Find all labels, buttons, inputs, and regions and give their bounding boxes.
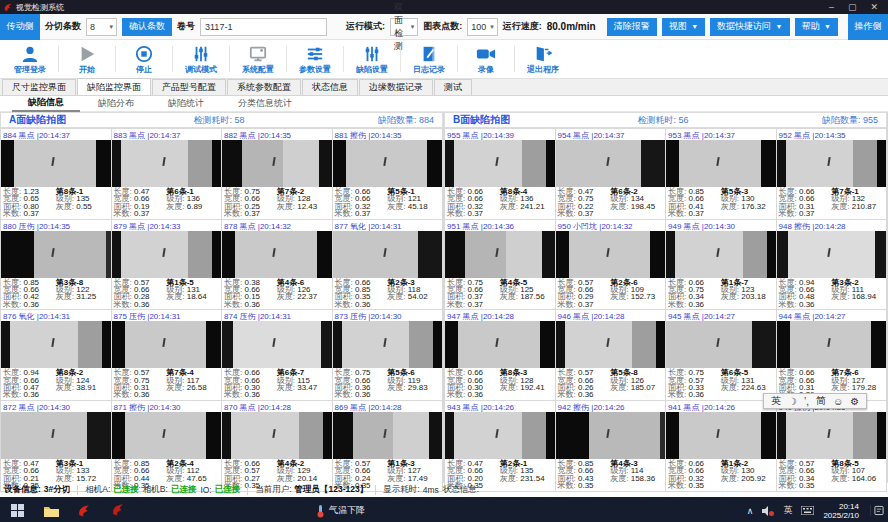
action-button-camera[interactable]: 录像 [460,40,512,78]
defect-card-header[interactable]: 881 擦伤 |20:14:35 [333,129,443,140]
action-button-sliders-v[interactable]: 调试模式 [175,40,227,78]
defect-card[interactable]: 875 压伤 |20:14:31 长度: 0.57 宽度: 0.75 面积: 0… [112,310,222,400]
defect-image[interactable] [333,231,443,278]
defect-card[interactable]: 944 黑点 |20:14:27 长度: 0.66 宽度: 0.66 面积: 0… [777,310,887,400]
defect-card-header[interactable]: 942 擦伤 |20:14:26 [556,401,666,412]
defect-image[interactable] [777,321,887,368]
defect-card[interactable]: 879 黑点 |20:14:33 长度: 0.57 宽度: 0.66 面积: 0… [112,220,222,310]
chart-points-select[interactable]: 100 ▾ [467,18,498,36]
defect-image[interactable] [222,412,332,459]
maximize-button[interactable]: ▢ [848,3,857,12]
ime-language-indicator[interactable]: 英 [783,504,792,517]
ime-simplified-toggle[interactable]: 简 [816,394,826,408]
defect-image[interactable] [222,321,332,368]
defect-image[interactable] [1,231,111,278]
action-button-exit[interactable]: 退出程序 [517,40,569,78]
ime-lang-toggle[interactable]: 英 [771,394,781,408]
defect-image[interactable] [333,140,443,187]
defect-image[interactable] [666,140,776,187]
ime-emoji-icon[interactable]: ☺ [833,396,843,407]
tab-1[interactable]: 缺陷监控界面 [77,78,151,95]
drive-side-button[interactable]: 传动侧 [0,14,40,40]
defect-card[interactable]: 940 擦伤 |20:14:26 长度: 0.57 宽度: 0.66 面积: 0… [777,401,887,491]
defect-image[interactable] [1,140,111,187]
defect-image[interactable] [556,412,666,459]
defect-card-header[interactable]: 880 压伤 |20:14:35 [1,220,111,231]
defect-card[interactable]: 942 擦伤 |20:14:26 长度: 0.85 宽度: 0.66 面积: 0… [556,401,666,491]
defect-image[interactable] [556,321,666,368]
defect-image[interactable] [112,231,222,278]
defect-image[interactable] [1,321,111,368]
defect-card[interactable]: 955 黑点 |20:14:39 长度: 0.66 宽度: 0.66 面积: 0… [445,129,555,219]
defect-card[interactable]: 952 黑点 |20:14:35 长度: 0.66 宽度: 0.66 面积: 0… [777,129,887,219]
defect-card[interactable]: 874 压伤 |20:14:31 长度: 0.66 宽度: 0.66 面积: 0… [222,310,332,400]
defect-card-header[interactable]: 948 擦伤 |20:14:28 [777,220,887,231]
defect-card-header[interactable]: 873 压伤 |20:14:30 [333,310,443,321]
defect-card[interactable]: 949 黑点 |20:14:30 长度: 0.66 宽度: 0.75 面积: 0… [666,220,776,310]
defect-card-header[interactable]: 943 黑点 |20:14:26 [445,401,555,412]
defect-card-header[interactable]: 950 小凹坑 |20:14:32 [556,220,666,231]
action-button-monitor[interactable]: 系统配置 [232,40,284,78]
defect-card[interactable]: 881 擦伤 |20:14:35 长度: 0.66 宽度: 0.66 面积: 0… [333,129,443,219]
defect-card[interactable]: 883 黑点 |20:14:37 长度: 0.47 宽度: 0.66 面积: 0… [112,129,222,219]
defect-card-header[interactable]: 874 压伤 |20:14:31 [222,310,332,321]
defect-card[interactable]: 946 黑点 |20:14:28 长度: 0.57 宽度: 0.66 面积: 0… [556,310,666,400]
touch-keyboard-icon[interactable] [801,506,814,515]
defect-image[interactable] [333,412,443,459]
defect-image[interactable] [556,140,666,187]
tab-0[interactable]: 尺寸监控界面 [2,79,76,95]
defect-image[interactable] [777,412,887,459]
coil-number-input[interactable] [200,18,327,36]
action-button-sliders-h[interactable]: 参数设置 [289,40,341,78]
defect-card[interactable]: 951 黑点 |20:14:36 长度: 0.75 宽度: 0.66 面积: 0… [445,220,555,310]
defect-card[interactable]: 872 黑点 |20:14:30 长度: 0.47 宽度: 0.66 面积: 0… [1,401,111,491]
defect-card[interactable]: 871 擦伤 |20:14:30 长度: 0.85 宽度: 0.66 面积: 0… [112,401,222,491]
split-count-select[interactable]: 8 ▾ [86,18,117,36]
defect-card-header[interactable]: 952 黑点 |20:14:35 [777,129,887,140]
taskbar-app-1[interactable] [68,497,102,522]
weather-widget[interactable]: 气温下降 [316,504,365,518]
defect-card-header[interactable]: 941 黑点 |20:14:26 [666,401,776,412]
defect-card-header[interactable]: 945 黑点 |20:14:27 [666,310,776,321]
tab-4[interactable]: 状态信息 [302,79,358,95]
defect-image[interactable] [445,412,555,459]
defect-card-header[interactable]: 871 擦伤 |20:14:30 [112,401,222,412]
action-button-sliders-v2[interactable]: 缺陷设置 [346,40,398,78]
taskbar-clock[interactable]: 20:14 2025/2/10 [823,502,859,520]
defect-card[interactable]: 884 黑点 |20:14:37 长度: 1.23 宽度: 0.65 面积: 0… [1,129,111,219]
defect-card[interactable]: 953 黑点 |20:14:37 长度: 0.85 宽度: 0.66 面积: 0… [666,129,776,219]
defect-card-header[interactable]: 875 压伤 |20:14:31 [112,310,222,321]
ime-fullhalf-moon-icon[interactable]: ☽ [788,396,797,407]
subtab-3[interactable]: 分类信息统计 [222,96,308,111]
file-explorer-button[interactable] [34,497,68,522]
tab-6[interactable]: 测试 [434,79,472,95]
defect-card[interactable]: 950 小凹坑 |20:14:32 长度: 0.57 宽度: 0.66 面积: … [556,220,666,310]
defect-image[interactable] [777,140,887,187]
volume-icon[interactable] [762,506,774,516]
notification-center-button[interactable] [870,505,884,516]
defect-card-header[interactable]: 949 黑点 |20:14:30 [666,220,776,231]
subtab-1[interactable]: 缺陷分布 [82,96,150,111]
defect-card-header[interactable]: 876 氧化 |20:14:31 [1,310,111,321]
defect-card[interactable]: 876 氧化 |20:14:31 长度: 0.94 宽度: 0.66 面积: 0… [1,310,111,400]
operator-side-button[interactable]: 操作侧 [848,14,888,40]
defect-image[interactable] [445,231,555,278]
view-menu-button[interactable]: 视图 ▼ [662,18,705,36]
defect-card-header[interactable]: 870 黑点 |20:14:28 [222,401,332,412]
defect-card-header[interactable]: 951 黑点 |20:14:36 [445,220,555,231]
defect-card-header[interactable]: 878 黑点 |20:14:32 [222,220,332,231]
action-button-play[interactable]: 开始 [61,40,113,78]
defect-image[interactable] [666,321,776,368]
defect-image[interactable] [777,231,887,278]
defect-card-header[interactable]: 883 黑点 |20:14:37 [112,129,222,140]
defect-image[interactable] [112,412,222,459]
subtab-2[interactable]: 缺陷统计 [152,96,220,111]
close-button[interactable]: ✕ [870,3,878,12]
defect-card[interactable]: 880 压伤 |20:14:35 长度: 0.85 宽度: 0.66 面积: 0… [1,220,111,310]
defect-card-header[interactable]: 884 黑点 |20:14:37 [1,129,111,140]
subtab-0[interactable]: 缺陷信息 [12,95,80,112]
defect-card[interactable]: 947 黑点 |20:14:28 长度: 0.66 宽度: 0.66 面积: 0… [445,310,555,400]
defect-card-header[interactable]: 877 氧化 |20:14:31 [333,220,443,231]
defect-image[interactable] [112,321,222,368]
defect-card[interactable]: 954 黑点 |20:14:37 长度: 0.47 宽度: 0.75 面积: 0… [556,129,666,219]
